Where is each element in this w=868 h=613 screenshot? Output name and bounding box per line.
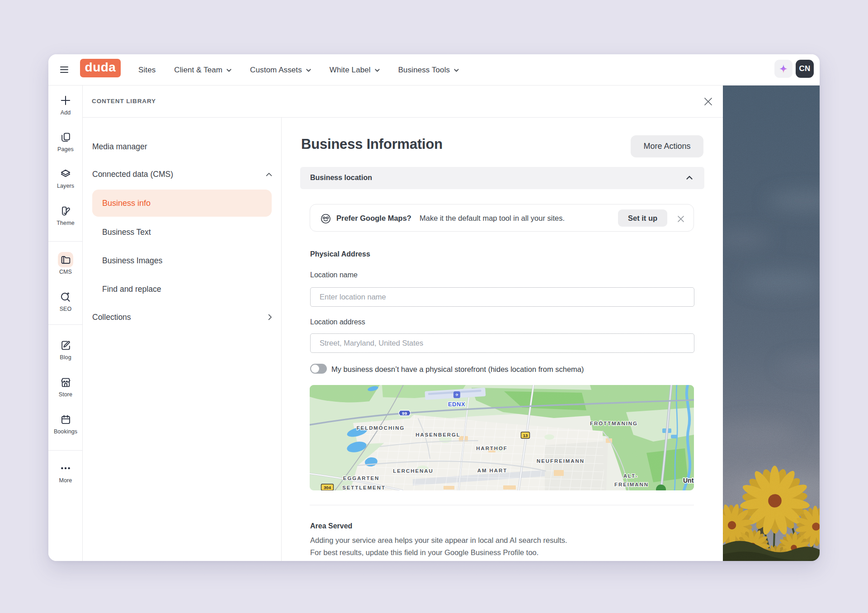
location-address-input[interactable] — [310, 333, 694, 353]
sidebar-divider — [48, 324, 83, 325]
area-served-line1: Adding your service area helps your site… — [310, 536, 567, 545]
duda-logo[interactable]: duda — [80, 59, 121, 77]
svg-text:13: 13 — [523, 433, 528, 438]
svg-text:EDNX: EDNX — [448, 401, 465, 408]
section-divider — [310, 505, 694, 505]
editor-sidebar: AddPagesLayersThemeCMSSEOBlogStoreBookin… — [48, 86, 83, 561]
storefront-toggle-label: My business doesn’t have a physical stor… — [331, 365, 584, 374]
sidebar-item-seo[interactable]: SEO — [48, 289, 83, 312]
location-address-label: Location address — [310, 318, 365, 326]
nav-custom-assets[interactable]: Custom Assets — [250, 66, 311, 75]
ai-assistant-button[interactable] — [774, 60, 793, 78]
library-subitem-business-info[interactable]: Business info — [92, 190, 272, 217]
svg-text:FRÖTTMANING: FRÖTTMANING — [590, 421, 638, 426]
accordion-label: Business location — [310, 174, 372, 182]
chevron-right-icon — [268, 314, 272, 320]
more-icon — [60, 462, 71, 474]
svg-text:EGGARTEN: EGGARTEN — [343, 475, 379, 481]
sidebar-item-theme[interactable]: Theme — [48, 203, 83, 226]
svg-text:Unt: Unt — [683, 477, 694, 484]
close-icon[interactable] — [704, 97, 712, 106]
library-item-media-manager[interactable]: Media manager — [92, 140, 272, 153]
sidebar-divider — [48, 450, 83, 451]
nav-client-team[interactable]: Client & Team — [174, 66, 231, 75]
chevron-up-icon — [266, 172, 272, 176]
svg-text:FREIMANN: FREIMANN — [614, 482, 649, 487]
library-subitem-business-text[interactable]: Business Text — [102, 225, 151, 239]
more-actions-button[interactable]: More Actions — [631, 135, 703, 157]
library-item-connected-data[interactable]: Connected data (CMS) — [92, 167, 272, 181]
app-window: duda Sites Client & Team Custom Assets W… — [48, 54, 820, 561]
layers-icon — [60, 168, 71, 180]
svg-text:✈: ✈ — [455, 392, 459, 397]
svg-text:NEUFREIMANN: NEUFREIMANN — [537, 458, 585, 464]
svg-text:HASENBERGL: HASENBERGL — [415, 432, 461, 437]
chevron-down-icon — [375, 69, 380, 72]
svg-text:AM HART: AM HART — [477, 468, 507, 473]
sidebar-item-cms[interactable]: CMS — [48, 252, 83, 275]
page-title: Business Information — [301, 136, 443, 152]
map-canvas: .ml { font:bold 11.5px "Liberation Sans"… — [310, 385, 694, 490]
svg-text:304: 304 — [324, 485, 331, 490]
location-name-input[interactable] — [310, 287, 694, 307]
add-icon — [60, 95, 71, 106]
route-shield-99: 99 — [399, 410, 411, 416]
toggle-knob — [311, 365, 319, 373]
sidebar-item-store[interactable]: Store — [48, 375, 83, 398]
hamburger-menu-icon[interactable] — [60, 65, 68, 74]
google-maps-banner: Prefer Google Maps? Make it the default … — [310, 204, 694, 232]
svg-text:99: 99 — [402, 411, 407, 416]
smiley-icon — [321, 214, 331, 224]
route-shield-304: 304 — [321, 484, 334, 490]
area-served-heading: Area Served — [310, 522, 352, 530]
blog-icon — [60, 340, 71, 351]
sidebar-item-blog[interactable]: Blog — [48, 337, 83, 361]
svg-text:ALT-: ALT- — [623, 473, 638, 479]
nav-business-tools[interactable]: Business Tools — [398, 66, 459, 75]
site-preview[interactable] — [723, 86, 820, 561]
bookings-icon — [60, 414, 71, 425]
sidebar-item-bookings[interactable]: Bookings — [48, 412, 83, 435]
preview-image — [723, 86, 820, 561]
pages-icon — [60, 132, 71, 143]
business-location-accordion[interactable]: Business location — [300, 167, 704, 189]
content-library-title: CONTENT LIBRARY — [92, 98, 156, 105]
storefront-toggle[interactable] — [310, 364, 327, 374]
svg-text:FELDMOCHING: FELDMOCHING — [357, 425, 405, 431]
location-map[interactable]: .ml { font:bold 11.5px "Liberation Sans"… — [310, 385, 694, 490]
set-it-up-button[interactable]: Set it up — [618, 209, 667, 227]
banner-bold-text: Prefer Google Maps? — [336, 214, 411, 223]
user-avatar[interactable]: CN — [796, 60, 814, 78]
content-library-header: CONTENT LIBRARY — [83, 86, 723, 118]
svg-text:LERCHENAU: LERCHENAU — [393, 468, 433, 474]
content-library-overlay: CONTENT LIBRARY Media manager Connected … — [83, 86, 723, 561]
library-item-collections[interactable]: Collections — [92, 310, 272, 324]
content-library-panel: Media manager Connected data (CMS) Busin… — [83, 118, 282, 561]
chevron-up-icon — [686, 176, 693, 180]
route-shield-13: 13 — [521, 432, 530, 438]
sidebar-item-more[interactable]: More — [48, 461, 83, 484]
svg-text:SETTLEMENT: SETTLEMENT — [342, 485, 386, 490]
physical-address-heading: Physical Address — [310, 250, 370, 258]
sidebar-item-layers[interactable]: Layers — [48, 166, 83, 189]
airport-icon: ✈ — [453, 391, 460, 398]
library-subitem-find-replace[interactable]: Find and replace — [102, 282, 161, 296]
nav-sites[interactable]: Sites — [138, 66, 156, 75]
cms-icon — [60, 254, 71, 266]
location-name-label: Location name — [310, 271, 358, 279]
library-subitem-business-images[interactable]: Business Images — [102, 254, 162, 267]
sidebar-item-add[interactable]: Add — [48, 93, 83, 116]
chevron-down-icon — [306, 69, 311, 72]
seo-icon — [60, 291, 71, 303]
sidebar-item-pages[interactable]: Pages — [48, 129, 83, 152]
nav-white-label[interactable]: White Label — [330, 66, 380, 75]
main-nav: Sites Client & Team Custom Assets White … — [138, 54, 459, 86]
svg-text:HARTHOF: HARTHOF — [476, 446, 508, 451]
sparkle-icon — [778, 64, 788, 74]
chevron-down-icon — [226, 69, 231, 72]
business-info-main: Business Information More Actions Busine… — [282, 118, 723, 561]
banner-close-icon[interactable] — [678, 216, 684, 222]
theme-icon — [60, 205, 71, 217]
chevron-down-icon — [454, 69, 459, 72]
area-served-line2: For best results, update this field in y… — [310, 548, 538, 557]
